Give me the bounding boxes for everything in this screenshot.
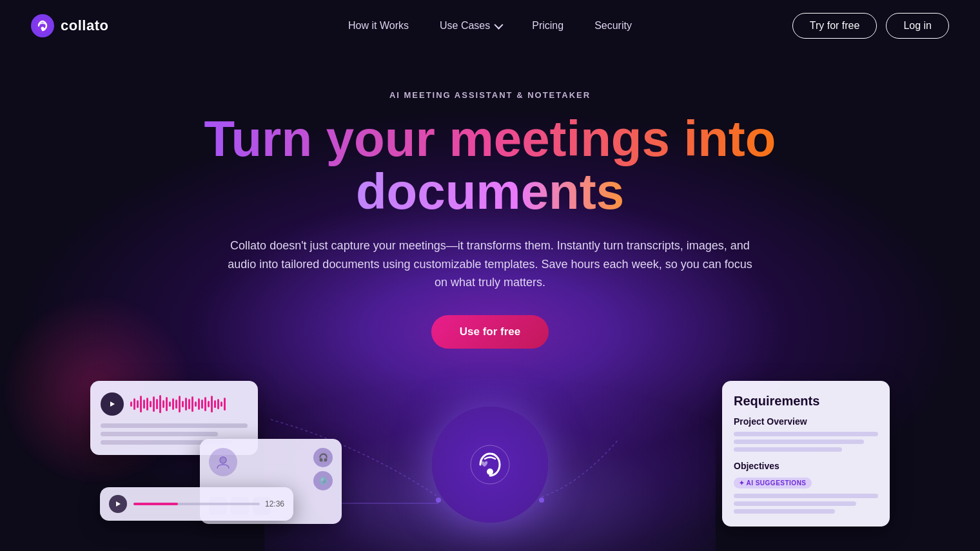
center-circle xyxy=(432,407,548,523)
collato-center-icon xyxy=(461,436,519,494)
headset-icon: 🎧 xyxy=(313,448,333,467)
nav-security[interactable]: Security xyxy=(594,20,632,32)
waveform-visual xyxy=(130,394,248,414)
logo-icon xyxy=(31,14,54,37)
card-video: 12:36 xyxy=(100,487,293,521)
hero-title-line2: documents xyxy=(356,163,624,220)
nav-pricing[interactable]: Pricing xyxy=(532,20,564,32)
hero-title-line1: Turn your meetings into xyxy=(204,110,776,167)
card-requirements: Requirements Project Overview Objectives… xyxy=(722,381,890,527)
ai-suggestions-badge: ✦ AI SUGGESTIONS xyxy=(734,478,812,488)
progress-bar xyxy=(133,503,260,505)
svg-point-1 xyxy=(35,18,50,34)
waveform-container xyxy=(101,392,248,416)
settings-icon: ⚙️ xyxy=(313,471,333,490)
svg-point-6 xyxy=(220,457,226,463)
avatar xyxy=(209,448,237,476)
hero-title: Turn your meetings into documents xyxy=(0,113,980,218)
svg-point-4 xyxy=(539,498,544,503)
login-button[interactable]: Log in xyxy=(886,13,949,39)
progress-fill xyxy=(133,503,178,505)
objectives-title: Objectives xyxy=(734,461,878,471)
svg-point-3 xyxy=(436,498,441,503)
hero-section: AI MEETING ASSISTANT & NOTETAKER Turn yo… xyxy=(0,52,980,381)
objectives-lines xyxy=(734,494,878,514)
svg-marker-5 xyxy=(110,401,115,407)
project-overview-title: Project Overview xyxy=(734,416,878,427)
video-play-button[interactable] xyxy=(109,495,127,513)
nav-links: How it Works Use Cases Pricing Security xyxy=(348,20,632,32)
requirements-title: Requirements xyxy=(734,394,878,409)
chevron-down-icon xyxy=(495,21,504,30)
logo-text: collato xyxy=(61,17,108,34)
try-free-button[interactable]: Try for free xyxy=(792,13,877,39)
play-button[interactable] xyxy=(101,392,124,416)
nav-how-it-works[interactable]: How it Works xyxy=(348,20,409,32)
meeting-icons: 🎧 ⚙️ xyxy=(313,448,333,490)
nav-actions: Try for free Log in xyxy=(792,13,949,39)
nav-use-cases[interactable]: Use Cases xyxy=(440,20,501,32)
svg-marker-7 xyxy=(116,501,121,507)
svg-point-8 xyxy=(471,445,509,484)
navbar: collato How it Works Use Cases Pricing S… xyxy=(0,0,980,52)
logo[interactable]: collato xyxy=(31,14,108,37)
svg-point-9 xyxy=(487,469,493,475)
hero-subtitle: Collato doesn't just capture your meetin… xyxy=(226,237,754,292)
video-progress: 12:36 xyxy=(133,499,284,508)
project-overview-lines xyxy=(734,432,878,452)
ui-cards-area: 🎧 ⚙️ 12:36 xyxy=(0,381,980,551)
hero-badge: AI MEETING ASSISTANT & NOTETAKER xyxy=(0,90,980,100)
use-for-free-button[interactable]: Use for free xyxy=(431,315,549,349)
svg-point-2 xyxy=(41,27,44,30)
video-time: 12:36 xyxy=(265,499,284,508)
